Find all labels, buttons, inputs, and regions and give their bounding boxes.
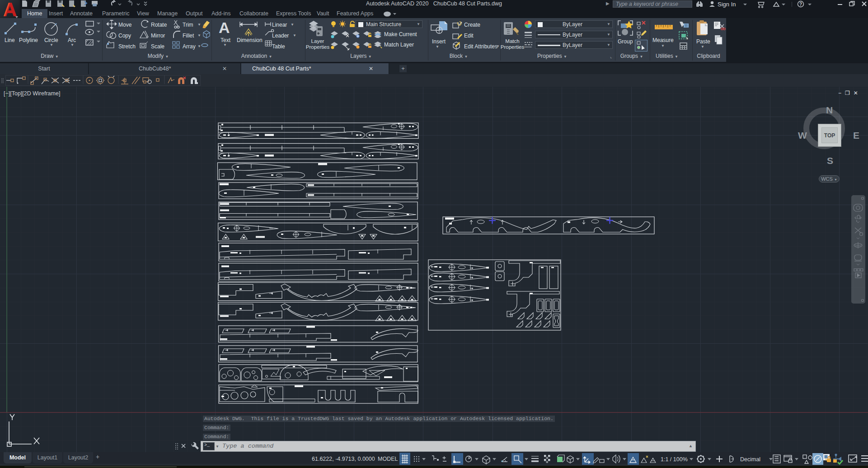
- svg-text:1:1 / 100%: 1:1 / 100%: [661, 456, 688, 463]
- svg-text:Decimal: Decimal: [740, 456, 760, 463]
- svg-text:?: ?: [799, 2, 802, 7]
